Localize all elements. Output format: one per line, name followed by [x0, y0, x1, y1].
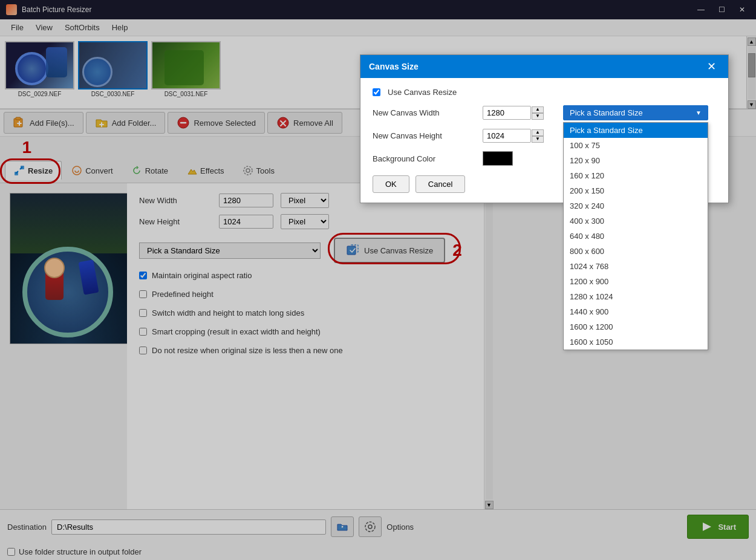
dialog-width-spinner: ▲ ▼	[532, 106, 544, 120]
size-option-7[interactable]: 640 x 480	[564, 229, 708, 244]
size-option-10[interactable]: 1200 x 900	[564, 274, 708, 289]
dialog-body: Use Canvas Resize New Canvas Width ▲ ▼ P…	[360, 78, 728, 203]
dialog-width-label: New Canvas Width	[373, 108, 475, 117]
dialog-width-up[interactable]: ▲	[532, 106, 544, 113]
dialog-cancel-button[interactable]: Cancel	[415, 175, 465, 193]
dialog-width-down[interactable]: ▼	[532, 113, 544, 120]
dialog-height-up[interactable]: ▲	[532, 129, 544, 136]
dialog-height-spinner: ▲ ▼	[532, 129, 544, 143]
dialog-use-canvas-row: Use Canvas Resize	[373, 88, 716, 97]
dialog-header: Canvas Size ✕	[360, 55, 728, 78]
size-option-14[interactable]: 1600 x 1050	[564, 334, 708, 350]
size-option-6[interactable]: 400 x 300	[564, 213, 708, 229]
dialog-height-label: New Canvas Height	[373, 131, 475, 140]
dialog-use-canvas-checkbox[interactable]	[373, 88, 380, 96]
standard-size-selected: Pick a Standard Size	[570, 108, 643, 117]
dialog-close-button[interactable]: ✕	[703, 60, 720, 73]
size-option-8[interactable]: 800 x 600	[564, 244, 708, 259]
background-color-swatch[interactable]	[483, 151, 513, 166]
size-option-5[interactable]: 320 x 240	[564, 198, 708, 213]
size-option-12[interactable]: 1440 x 900	[564, 304, 708, 319]
dialog-height-input-group: ▲ ▼	[483, 129, 544, 143]
size-option-3[interactable]: 160 x 120	[564, 168, 708, 183]
size-option-2[interactable]: 120 x 90	[564, 153, 708, 168]
dropdown-arrow-icon: ▼	[696, 109, 702, 116]
standard-size-list: Pick a Standard Size 100 x 75 120 x 90 1…	[563, 122, 708, 350]
dialog-width-input[interactable]	[483, 106, 531, 120]
size-option-13[interactable]: 1600 x 1200	[564, 319, 708, 334]
dialog-height-input[interactable]	[483, 129, 531, 143]
dialog-width-input-group: ▲ ▼	[483, 106, 544, 120]
size-option-11[interactable]: 1280 x 1024	[564, 289, 708, 304]
dialog-width-row: New Canvas Width ▲ ▼ Pick a Standard Siz…	[373, 105, 716, 120]
canvas-size-dialog: Canvas Size ✕ Use Canvas Resize New Canv…	[360, 54, 729, 203]
dialog-use-canvas-label: Use Canvas Resize	[388, 88, 457, 97]
dialog-bgcolor-label: Background Color	[373, 154, 475, 163]
size-option-9[interactable]: 1024 x 768	[564, 259, 708, 274]
dialog-title: Canvas Size	[369, 62, 419, 71]
dialog-height-down[interactable]: ▼	[532, 136, 544, 143]
standard-size-dropdown-btn[interactable]: Pick a Standard Size ▼	[563, 105, 708, 120]
standard-size-dropdown-container: Pick a Standard Size ▼ Pick a Standard S…	[563, 105, 708, 120]
size-option-default[interactable]: Pick a Standard Size	[564, 123, 708, 138]
size-option-1[interactable]: 100 x 75	[564, 138, 708, 153]
dialog-ok-button[interactable]: OK	[373, 175, 409, 193]
size-option-4[interactable]: 200 x 150	[564, 183, 708, 198]
